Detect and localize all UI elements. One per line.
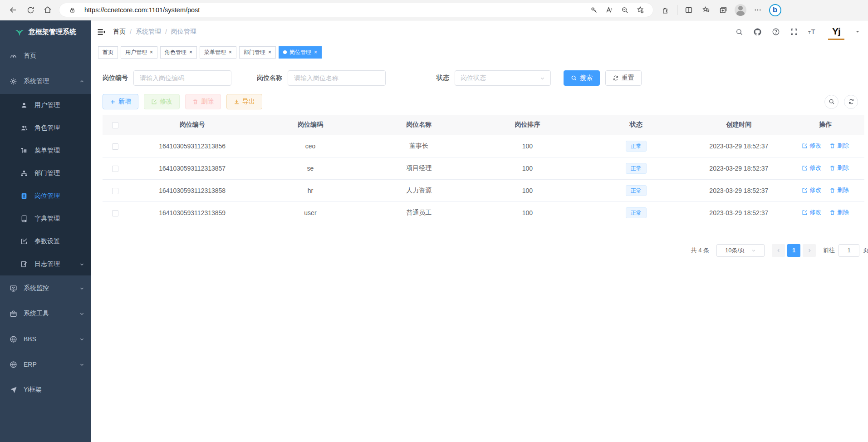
reset-button[interactable]: 重置 [605,70,642,86]
tab-posts[interactable]: 岗位管理 × [279,46,322,59]
tab-roles[interactable]: 角色管理 × [160,46,197,59]
tab-home[interactable]: 首页 [98,46,118,59]
sidebar-item-menus[interactable]: 菜单管理 [0,139,91,162]
refresh-table-button[interactable] [844,95,858,109]
user-avatar[interactable]: Yj [828,24,844,40]
sidebar-item-monitor[interactable]: 系统监控 [0,275,91,301]
col-created: 创建时间 [691,115,786,135]
sidebar-item-params[interactable]: 参数设置 [0,230,91,253]
breadcrumb-home[interactable]: 首页 [113,28,126,36]
sidebar-item-posts[interactable]: 岗位管理 [0,185,91,207]
edit-icon [802,165,808,171]
sidebar-item-label: 系统监控 [24,284,49,292]
collections-icon[interactable] [715,2,732,18]
sidebar-item-system[interactable]: 系统管理 [0,69,91,94]
sidebar-item-label: 首页 [24,52,36,60]
sidebar-item-bbs[interactable]: BBS [0,326,91,352]
cell-post-sort: 100 [474,135,581,157]
row-checkbox[interactable] [112,210,118,216]
page-size-value: 10条/页 [725,246,745,255]
home-icon[interactable] [39,2,56,18]
close-icon[interactable]: × [268,49,271,55]
sidebar-item-roles[interactable]: 角色管理 [0,117,91,139]
help-icon[interactable] [772,28,780,36]
close-icon[interactable]: × [314,49,317,55]
row-edit-link[interactable]: 修改 [802,186,821,194]
favorites-bar-icon[interactable] [697,2,715,18]
export-button[interactable]: 导出 [226,94,262,109]
address-bar[interactable]: https://ccnetcore.com:1101/system/post [59,3,653,17]
row-checkbox[interactable] [112,188,118,194]
row-delete-link[interactable]: 删除 [829,164,849,172]
show-search-button[interactable] [824,95,839,109]
more-icon[interactable] [749,2,766,18]
sidebar-item-tools[interactable]: 系统工具 [0,301,91,326]
cell-post-code: ceo [257,135,363,157]
reload-icon[interactable] [22,2,39,18]
table-header-row: 岗位编号 岗位编码 岗位名称 岗位排序 状态 创建时间 操作 [103,115,864,135]
sidebar-item-depts[interactable]: 部门管理 [0,162,91,185]
row-delete-link[interactable]: 删除 [829,208,849,216]
fullscreen-icon[interactable] [790,28,798,36]
app-logo[interactable]: 意框架管理系统 [0,20,91,43]
key-icon[interactable] [586,3,602,17]
sidebar-item-users[interactable]: 用户管理 [0,94,91,117]
post-name-input[interactable] [288,70,386,86]
delete-button[interactable]: 删除 [185,94,221,109]
url-text[interactable]: https://ccnetcore.com:1101/system/post [84,6,586,14]
lock-icon[interactable] [64,3,80,17]
add-button[interactable]: 新增 [103,94,138,109]
row-delete-link[interactable]: 删除 [829,186,849,194]
row-edit-link[interactable]: 修改 [802,164,821,172]
sidebar-item-home[interactable]: 首页 [0,43,91,69]
cell-created: 2023-03-29 18:52:37 [691,201,786,224]
search-button[interactable]: 搜索 [564,70,600,86]
back-icon[interactable] [5,2,22,18]
status-select[interactable]: 岗位状态 [455,70,551,86]
font-size-icon[interactable]: TT [808,28,818,36]
goto-page-input[interactable] [839,244,859,257]
prev-page-button[interactable] [772,244,785,257]
cell-created: 2023-03-29 18:52:37 [691,179,786,201]
close-icon[interactable]: × [189,49,192,55]
sidebar-item-label: 部门管理 [34,169,60,177]
extensions-icon[interactable] [657,2,674,18]
split-screen-icon[interactable] [680,2,697,18]
pagination-total: 共 4 条 [691,246,709,255]
chevron-down-icon [79,262,84,267]
bing-chat-icon[interactable]: b [766,2,784,18]
search-icon[interactable] [736,28,743,36]
tab-users[interactable]: 用户管理 × [121,46,157,59]
read-aloud-icon[interactable] [602,3,617,17]
close-icon[interactable]: × [150,49,153,55]
page-number-button[interactable]: 1 [787,244,800,257]
github-icon[interactable] [753,28,762,36]
tab-depts[interactable]: 部门管理 × [239,46,276,59]
zoom-out-icon[interactable] [617,3,633,17]
sidebar-item-logs[interactable]: 日志管理 [0,253,91,275]
fold-menu-icon[interactable] [97,28,106,36]
breadcrumb-separator: / [165,28,167,35]
profile-icon[interactable] [732,2,749,18]
next-page-button[interactable] [803,244,816,257]
sidebar-item-dicts[interactable]: 字典管理 [0,207,91,230]
select-all-checkbox[interactable] [112,122,118,128]
close-icon[interactable]: × [229,49,232,55]
row-checkbox[interactable] [112,166,118,172]
post-code-input[interactable] [133,70,231,86]
chevron-down-icon [540,76,545,81]
row-checkbox[interactable] [112,143,118,150]
row-delete-link[interactable]: 删除 [829,142,849,150]
cell-created: 2023-03-29 18:52:37 [691,157,786,179]
browser-toolbar: https://ccnetcore.com:1101/system/post b [0,0,868,20]
page-size-select[interactable]: 10条/页 [716,244,765,257]
favorite-add-icon[interactable] [633,3,648,17]
sidebar-item-yi[interactable]: Yi框架 [0,377,91,403]
row-edit-link[interactable]: 修改 [802,142,821,150]
row-edit-link[interactable]: 修改 [802,208,821,216]
caret-down-icon[interactable] [855,28,860,36]
edit-button[interactable]: 修改 [144,94,180,109]
sidebar-item-label: 参数设置 [34,237,60,246]
sidebar-item-erp[interactable]: ERP [0,352,91,377]
tab-menus[interactable]: 菜单管理 × [200,46,236,59]
